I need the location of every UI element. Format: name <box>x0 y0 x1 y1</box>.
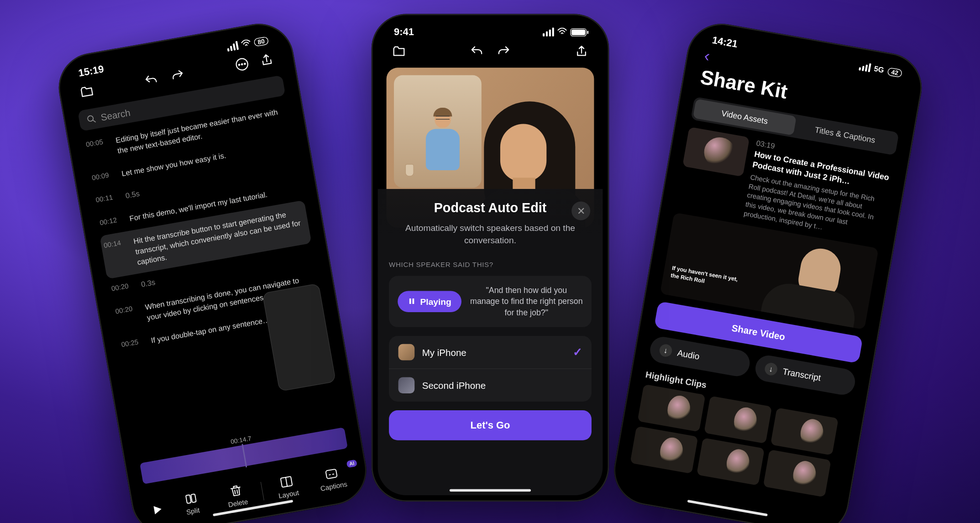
redo-icon[interactable] <box>495 43 512 60</box>
check-icon: ✓ <box>572 345 582 359</box>
svg-point-1 <box>238 64 240 66</box>
status-time: 9:41 <box>394 26 414 38</box>
separator <box>260 481 263 500</box>
lets-go-button[interactable]: Let's Go <box>389 410 592 440</box>
svg-rect-5 <box>185 495 191 503</box>
speaker-option[interactable]: My iPhone✓ <box>389 336 592 369</box>
playing-sample-card: Playing "And then how did you manage to … <box>389 276 592 327</box>
undo-icon[interactable] <box>141 70 161 90</box>
timestamp: 00:12 <box>99 215 124 230</box>
asset-thumbnail <box>682 127 749 177</box>
timestamp: 00:20 <box>115 303 141 328</box>
more-icon[interactable] <box>232 54 252 74</box>
wifi-icon <box>557 26 567 38</box>
cellular-icon <box>858 62 871 72</box>
sample-quote: "And then how did you manage to find the… <box>470 284 582 319</box>
captions-button[interactable]: Captions <box>310 464 354 493</box>
folder-icon[interactable] <box>77 82 97 102</box>
cellular-icon <box>543 28 554 37</box>
timestamp: 00:05 <box>85 137 112 162</box>
share-icon[interactable] <box>256 50 276 70</box>
playing-chip[interactable]: Playing <box>398 291 461 312</box>
download-icon: ↓ <box>658 343 673 358</box>
redo-icon[interactable] <box>168 65 188 85</box>
svg-rect-10 <box>412 299 414 304</box>
notch <box>440 20 540 37</box>
speaker-name: My iPhone <box>422 347 466 357</box>
svg-rect-6 <box>190 494 196 502</box>
speaker-option[interactable]: Second iPhone <box>389 369 592 402</box>
clip-thumbnail[interactable] <box>630 426 698 474</box>
speaker-question-label: WHICH SPEAKER SAID THIS? <box>389 261 592 268</box>
speaker-avatar <box>398 377 414 394</box>
phone-podcast-auto-edit: 9:41 ✕ Podcast A <box>371 14 609 502</box>
transcript-text: 0.5s <box>125 189 141 202</box>
clip-thumbnail[interactable] <box>763 450 831 497</box>
svg-point-3 <box>244 63 245 64</box>
home-indicator <box>449 489 530 492</box>
caption-overlay: If you haven't seen it yet, the Rich Rol… <box>670 264 740 291</box>
wifi-icon <box>240 37 252 50</box>
search-placeholder: Search <box>100 107 131 123</box>
battery-icon <box>570 28 587 36</box>
transcript-text: 0.3s <box>140 277 156 290</box>
svg-point-4 <box>87 115 94 122</box>
timestamp: 00:20 <box>110 281 136 296</box>
battery-indicator: 80 <box>253 36 268 47</box>
svg-point-2 <box>241 63 242 65</box>
phone-transcript-editor: 15:19 80 Search 00:05Editin <box>53 18 372 523</box>
status-time: 14:21 <box>711 35 738 50</box>
svg-rect-8 <box>325 469 337 479</box>
timestamp: 00:14 <box>103 238 131 273</box>
clip-thumbnail[interactable] <box>696 438 764 486</box>
sheet-description: Automatically switch speakers based on t… <box>389 221 592 247</box>
delete-button[interactable]: Delete <box>215 481 259 510</box>
layout-button[interactable]: Layout <box>265 471 309 501</box>
folder-icon[interactable] <box>390 43 407 60</box>
speaker-name: Second iPhone <box>422 380 485 391</box>
status-time: 15:19 <box>77 63 104 79</box>
home-indicator <box>687 500 767 516</box>
battery-indicator: 42 <box>887 67 902 78</box>
undo-icon[interactable] <box>467 43 485 60</box>
network-label: 5G <box>873 64 885 75</box>
speaker-list: My iPhone✓Second iPhone <box>389 336 592 402</box>
timestamp: 00:25 <box>121 337 146 351</box>
share-icon[interactable] <box>572 43 590 60</box>
timestamp: 00:11 <box>95 192 120 207</box>
phone-share-kit: 14:21 5G 42 ‹ Share Kit Video Assets Tit… <box>608 18 927 523</box>
timestamp: 00:09 <box>91 170 116 184</box>
svg-rect-9 <box>409 299 411 304</box>
cellular-icon <box>226 41 239 52</box>
sheet-title: Podcast Auto Edit <box>389 200 592 215</box>
split-button[interactable]: Split <box>169 488 214 518</box>
auto-edit-sheet: ✕ Podcast Auto Edit Automatically switch… <box>377 189 603 495</box>
close-button[interactable]: ✕ <box>571 201 590 220</box>
speaker-avatar <box>398 344 414 361</box>
play-button[interactable] <box>146 498 168 520</box>
download-icon: ↓ <box>764 362 778 377</box>
